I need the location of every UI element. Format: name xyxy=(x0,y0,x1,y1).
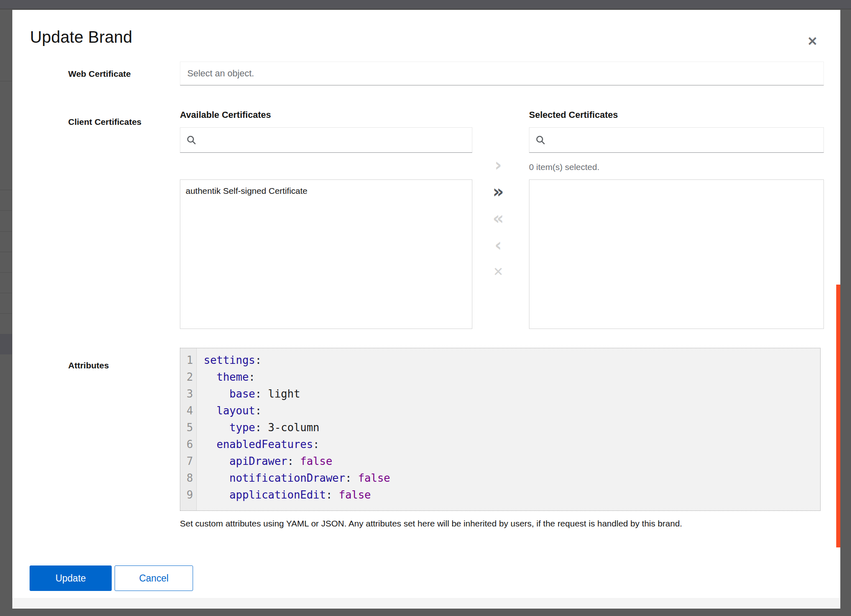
available-certificates-heading: Available Certificates xyxy=(180,110,271,120)
update-brand-modal: Update Brand ✕ Web Certificate Client Ce… xyxy=(12,10,840,598)
line-number: 1 xyxy=(180,352,193,369)
code-line: theme: xyxy=(204,369,820,386)
selected-certificates-heading: Selected Certificates xyxy=(529,110,618,120)
move-all-right-icon[interactable]: » xyxy=(486,179,511,204)
code-line: base: light xyxy=(204,386,820,402)
code-line: settings: xyxy=(204,352,820,369)
line-number: 9 xyxy=(180,487,193,503)
dimmed-page-divider xyxy=(0,190,12,190)
code-line: apiDrawer: false xyxy=(204,453,820,470)
dimmed-page-row xyxy=(0,334,12,354)
web-certificate-label: Web Certificate xyxy=(68,69,131,79)
line-number: 8 xyxy=(180,470,193,487)
attributes-code-editor[interactable]: 123456789 settings:theme:base: lightlayo… xyxy=(180,348,821,511)
close-icon[interactable]: ✕ xyxy=(802,30,823,52)
dimmed-page-divider xyxy=(0,81,12,81)
selected-search-box xyxy=(529,127,824,153)
attributes-label: Attributes xyxy=(68,361,109,370)
line-number: 7 xyxy=(180,453,193,470)
code-line: applicationEdit: false xyxy=(204,487,820,503)
selected-search-input[interactable] xyxy=(550,131,817,149)
code-gutter: 123456789 xyxy=(180,348,197,510)
move-selected-left-icon[interactable]: ‹ xyxy=(486,233,511,257)
line-number: 2 xyxy=(180,369,193,386)
code-line: enabledFeatures: xyxy=(204,436,820,453)
cancel-button[interactable]: Cancel xyxy=(115,565,193,591)
clear-selection-icon[interactable]: ✕ xyxy=(486,260,511,284)
available-certificate-item[interactable]: authentik Self-signed Certificate xyxy=(180,180,472,202)
code-line: type: 3-column xyxy=(204,419,820,436)
available-search-input[interactable] xyxy=(201,131,466,149)
move-all-left-icon[interactable]: « xyxy=(486,206,511,231)
line-number: 4 xyxy=(180,402,193,419)
transfer-controls: ›»«‹✕ xyxy=(486,153,511,284)
move-selected-right-icon[interactable]: › xyxy=(486,153,511,177)
line-number: 5 xyxy=(180,419,193,436)
search-icon xyxy=(536,135,545,145)
dimmed-page-divider xyxy=(0,272,12,273)
code-line: layout: xyxy=(204,402,820,419)
code-line: notificationDrawer: false xyxy=(204,470,820,487)
search-icon xyxy=(186,135,196,145)
client-certificates-label: Client Certificates xyxy=(68,117,142,127)
selected-list[interactable] xyxy=(529,179,824,329)
dimmed-page-divider xyxy=(0,293,12,293)
selected-count-status: 0 item(s) selected. xyxy=(529,162,600,172)
line-number: 6 xyxy=(180,436,193,453)
modal-bottom-shadow xyxy=(12,598,840,609)
dimmed-page-top-band xyxy=(0,0,851,9)
available-list[interactable]: authentik Self-signed Certificate xyxy=(180,179,472,329)
line-number: 3 xyxy=(180,386,193,402)
attributes-help-text: Set custom attributes using YAML or JSON… xyxy=(180,518,829,529)
modal-title: Update Brand xyxy=(30,28,132,46)
dimmed-page-divider xyxy=(0,252,12,252)
dimmed-page-divider xyxy=(0,231,12,232)
dimmed-page-divider xyxy=(0,210,12,211)
code-lines[interactable]: settings:theme:base: lightlayout:type: 3… xyxy=(197,348,820,510)
web-certificate-select[interactable] xyxy=(180,62,824,85)
available-search-box xyxy=(180,127,472,153)
update-button[interactable]: Update xyxy=(30,565,112,591)
dimmed-page-divider xyxy=(0,313,12,314)
modal-scrollbar[interactable] xyxy=(836,285,840,547)
